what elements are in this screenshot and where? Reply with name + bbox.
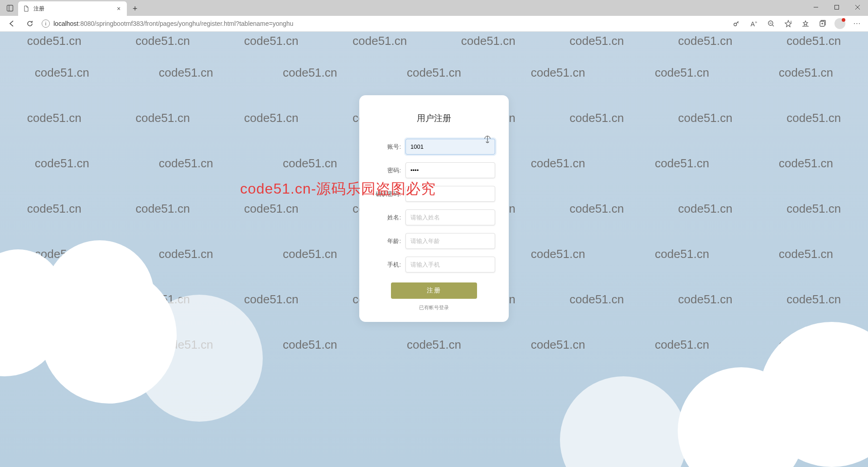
minimize-button[interactable]: [805, 0, 826, 15]
toolbar-icons: A» + ···: [731, 18, 863, 29]
close-window-button[interactable]: [847, 0, 868, 15]
password-row: 密码:: [373, 162, 495, 178]
password-input[interactable]: [405, 162, 495, 178]
address-bar[interactable]: i localhost:8080/springbootmf383/front/p…: [42, 17, 726, 30]
phone-input[interactable]: [405, 257, 495, 272]
page-content: code51.cncode51.cncode51.cncode51.cncode…: [0, 32, 868, 467]
cloud-decoration: [560, 376, 687, 467]
svg-text:+: +: [790, 20, 792, 23]
new-tab-button[interactable]: +: [129, 2, 141, 15]
refresh-button[interactable]: [24, 17, 36, 30]
back-button[interactable]: [5, 17, 18, 30]
name-row: 姓名:: [373, 209, 495, 225]
key-icon[interactable]: [731, 18, 742, 29]
watermark-row: code51.cncode51.cncode51.cncode51.cncode…: [0, 34, 868, 48]
phone-row: 手机:: [373, 257, 495, 272]
age-row: 年龄:: [373, 233, 495, 249]
account-input[interactable]: [405, 139, 495, 155]
confirm-password-label: 确认密码:: [373, 190, 405, 198]
menu-icon[interactable]: ···: [852, 18, 863, 29]
profile-icon[interactable]: [834, 18, 845, 29]
login-link[interactable]: 已有帐号登录: [373, 304, 495, 311]
file-icon: [23, 5, 30, 12]
name-label: 姓名:: [373, 214, 405, 222]
register-title: 用户注册: [373, 112, 495, 124]
close-icon[interactable]: ×: [115, 5, 122, 12]
read-aloud-icon[interactable]: A»: [748, 18, 759, 29]
svg-line-8: [772, 25, 774, 26]
age-label: 年龄:: [373, 237, 405, 245]
tab-bar: 注册 × +: [0, 0, 868, 16]
svg-rect-3: [835, 5, 839, 10]
watermark-row: code51.cncode51.cncode51.cncode51.cncode…: [0, 66, 868, 80]
cloud-decoration: [136, 295, 263, 422]
svg-rect-0: [7, 5, 13, 11]
phone-label: 手机:: [373, 261, 405, 269]
confirm-password-row: 确认密码:: [373, 186, 495, 202]
register-button[interactable]: 注册: [391, 282, 477, 299]
account-row: 账号:: [373, 139, 495, 155]
name-input[interactable]: [405, 209, 495, 225]
account-label: 账号:: [373, 143, 405, 151]
tab-actions-icon[interactable]: [4, 2, 16, 15]
info-icon[interactable]: i: [42, 19, 50, 28]
password-label: 密码:: [373, 166, 405, 175]
address-bar-row: i localhost:8080/springbootmf383/front/p…: [0, 16, 868, 32]
url-text: localhost:8080/springbootmf383/front/pag…: [53, 20, 294, 27]
collections-icon[interactable]: [817, 18, 828, 29]
tab-title: 注册: [34, 5, 111, 13]
favorites-icon[interactable]: +: [783, 18, 794, 29]
zoom-icon[interactable]: [766, 18, 776, 29]
browser-tab[interactable]: 注册 ×: [18, 1, 127, 16]
maximize-button[interactable]: [826, 0, 847, 15]
favorites-bar-icon[interactable]: [800, 18, 811, 29]
confirm-password-input[interactable]: [405, 186, 495, 202]
window-controls: [805, 0, 868, 15]
age-input[interactable]: [405, 233, 495, 249]
register-card: 用户注册 账号: 密码: 确认密码: 姓名: 年龄: 手机:: [359, 95, 509, 322]
browser-chrome: 注册 × + i localhost:8080/springbootmf3: [0, 0, 868, 32]
